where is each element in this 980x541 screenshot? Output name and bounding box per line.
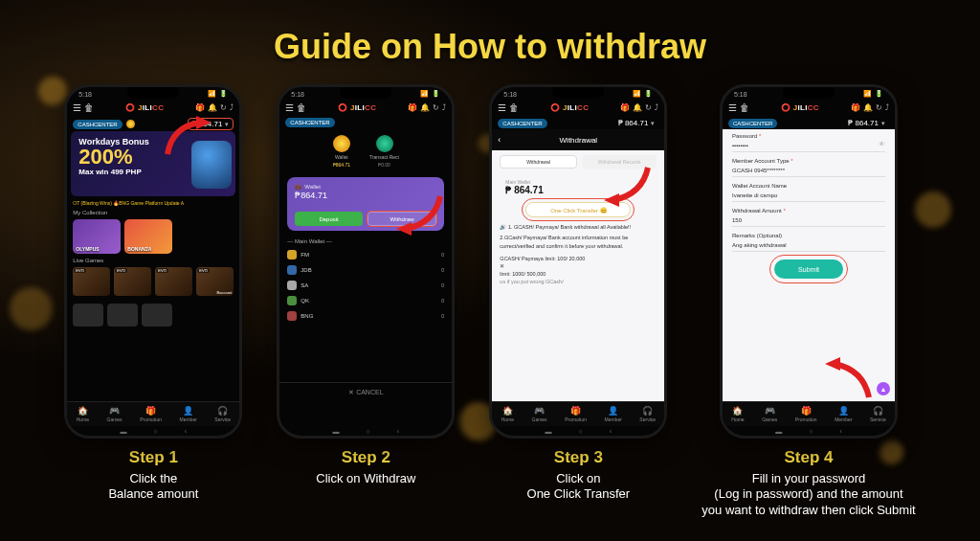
nav-games[interactable]: 🎮Games <box>532 406 547 422</box>
scroll-top-fab[interactable]: ▲ <box>877 382 890 395</box>
step-3-caption: Click onOne Click Transfer <box>527 471 631 503</box>
top-icons[interactable]: 🎁🔔↻⤴ <box>195 103 234 112</box>
balance-display[interactable]: ₱ 864.71▾ <box>844 118 889 128</box>
tag: EVO <box>197 268 209 273</box>
main-wallet-box: Main Wallet ₱ 864.71 <box>500 175 657 199</box>
android-nav: ▬○‹ <box>279 426 452 436</box>
account-type-label: Member Account Type * <box>732 158 885 164</box>
remarks-group: Remarks (Optional) Ang aking withdrawal <box>732 233 885 252</box>
deposit-button[interactable]: Deposit <box>295 212 363 226</box>
provider-row[interactable]: FM0 <box>287 247 444 262</box>
balance-display[interactable]: ₱ 864.71▾ <box>614 118 659 128</box>
provider-row[interactable]: QK0 <box>287 293 444 308</box>
top-icons[interactable]: 🎁🔔↻⤴ <box>620 103 658 112</box>
menu-icon[interactable]: ☰ 🗑 <box>73 102 94 113</box>
cashcenter-pill[interactable]: CASHCENTER <box>728 119 777 128</box>
step-1-caption: Click theBalance amount <box>108 471 198 503</box>
live-thumb-small[interactable] <box>142 304 172 327</box>
menu-icon[interactable]: ☰ 🗑 <box>728 102 749 113</box>
tag: EVO <box>74 268 85 273</box>
wallet-name-group: Wallet Account Name Ivanette di campo <box>732 183 885 202</box>
cashcenter-pill[interactable]: CASHCENTER <box>285 118 334 127</box>
phone-2: 5:18📶🔋 ☰ 🗑 ⭕ JILICC 🎁🔔↻⤴ CASHCENTER Wall… <box>277 84 455 439</box>
withdrawal-header: ‹ Withdrawal <box>492 129 664 150</box>
top-icons[interactable]: 🎁🔔↻⤴ <box>851 103 889 112</box>
wallet-tab-label: Transact Rect <box>369 154 399 160</box>
nav-home[interactable]: 🏠Home <box>77 406 89 422</box>
phones-row: 5:18📶🔋 ☰ 🗑 ⭕ JILICC 🎁🔔↻⤴ CASHCENTER ₱ 86… <box>0 84 980 518</box>
phone-notch <box>552 87 604 99</box>
bottom-nav: 🏠Home 🎮Games 🎁Promotion 👤Member 🎧Service <box>492 401 664 426</box>
nav-home[interactable]: 🏠Home <box>731 406 744 422</box>
footer-note: us if you put wrong GCash/ <box>500 279 657 284</box>
step-3-label: Step 3 <box>554 448 603 467</box>
android-nav: ▬○‹ <box>723 426 895 436</box>
account-type-field[interactable]: GCASH 0945******** <box>732 166 885 177</box>
wallet-card: 💼 Wallet ₱864.71 Deposit Withdraw <box>287 177 444 231</box>
wallet-icon <box>333 135 350 152</box>
step-4-caption: Fill in your password(Log in password) a… <box>702 471 915 518</box>
top-icons[interactable]: 🎁🔔↻⤴ <box>408 103 446 112</box>
menu-icon[interactable]: ☰ 🗑 <box>498 102 519 113</box>
promo-banner[interactable]: Workdays Bonus 200% Max win 499 PHP <box>71 131 235 196</box>
game-thumb-olympus[interactable]: OLYMPUS <box>73 219 121 254</box>
my-collection-label: My Collection <box>67 208 239 217</box>
withdrawal-screen: ‹ Withdrawal Withdrawal Withdrawal Recor… <box>492 129 664 401</box>
nav-service[interactable]: 🎧Service <box>639 406 656 422</box>
cancel-button[interactable]: ✕ CANCEL <box>279 382 452 401</box>
provider-row[interactable]: BNG0 <box>287 308 444 324</box>
withdraw-form: Password * ••••••••👁 Member Account Type… <box>723 129 895 401</box>
nav-service[interactable]: 🎧Service <box>870 406 886 422</box>
provider-row[interactable]: SA0 <box>287 278 444 293</box>
eye-icon[interactable]: 👁 <box>879 141 885 147</box>
nav-home[interactable]: 🏠Home <box>501 406 514 422</box>
step-2-column: 5:18📶🔋 ☰ 🗑 ⭕ JILICC 🎁🔔↻⤴ CASHCENTER Wall… <box>277 84 455 518</box>
step-1-label: Step 1 <box>129 448 178 467</box>
game-thumb-bonanza[interactable]: BONANZA <box>124 219 172 254</box>
nav-member[interactable]: 👤Member <box>835 406 852 422</box>
wallet-tab-transact[interactable]: Transact Rect ₱0.00 <box>369 135 399 168</box>
withdraw-button[interactable]: Withdraw <box>368 212 437 226</box>
wallet-tab-label: Wallet <box>335 154 348 160</box>
amount-field[interactable]: 150 <box>732 215 885 227</box>
wallet-tab-main[interactable]: Wallet ₱864.71 <box>333 135 350 168</box>
one-click-transfer-button[interactable]: One Click Transfer 😊 <box>525 202 631 217</box>
menu-icon[interactable]: ☰ 🗑 <box>285 102 306 113</box>
step-2-caption: Click on Withdraw <box>316 471 415 486</box>
phone-notch <box>340 87 391 99</box>
app-topbar: ☰ 🗑 ⭕ JILICC 🎁🔔↻⤴ <box>67 101 239 115</box>
bottom-nav: 🏠Home 🎮Games 🎁Promotion 👤Member 🎧Service <box>723 401 895 426</box>
live-row: EVO EVO EVO EVOBaccarat <box>67 265 239 298</box>
live-thumb[interactable]: EVO <box>114 267 151 296</box>
provider-row[interactable]: JDB0 <box>287 262 444 278</box>
nav-games[interactable]: 🎮Games <box>107 406 122 422</box>
cashcenter-pill[interactable]: CASHCENTER <box>73 120 122 129</box>
live-thumb-small[interactable] <box>73 304 103 327</box>
nav-promo[interactable]: 🎁Promotion <box>140 406 162 422</box>
chevron-down-icon: ▾ <box>225 121 229 128</box>
nav-promo[interactable]: 🎁Promotion <box>795 406 817 422</box>
submit-button[interactable]: Submit <box>774 259 843 279</box>
thumb-label: BONANZA <box>127 246 151 252</box>
live-thumb[interactable]: EVO <box>155 267 192 296</box>
live-thumb-small[interactable] <box>107 304 138 327</box>
balance-amount: ₱ 864.71 <box>192 120 223 128</box>
back-icon[interactable]: ‹ <box>498 135 501 145</box>
nav-member[interactable]: 👤Member <box>604 406 621 422</box>
tab-records[interactable]: Withdrawal Records <box>582 155 657 169</box>
nav-promo[interactable]: 🎁Promotion <box>565 406 587 422</box>
remarks-field[interactable]: Ang aking withdrawal <box>732 240 885 252</box>
nav-games[interactable]: 🎮Games <box>762 406 777 422</box>
nav-member[interactable]: 👤Member <box>179 406 196 422</box>
nav-service[interactable]: 🎧Service <box>214 406 231 422</box>
password-field[interactable]: ••••••••👁 <box>732 141 885 152</box>
tab-withdrawal[interactable]: Withdrawal <box>500 155 577 169</box>
cashcenter-pill[interactable]: CASHCENTER <box>498 119 546 128</box>
logo: ⭕ JILICC <box>781 103 819 112</box>
page-title: Guide on How to withdraw <box>0 0 980 67</box>
wallet-name-field[interactable]: Ivanette di campo <box>732 191 885 202</box>
promo-character <box>191 141 232 189</box>
live-thumb[interactable]: EVO <box>73 267 110 296</box>
step-4-column: 5:18📶🔋 ☰ 🗑 ⭕ JILICC 🎁🔔↻⤴ CASHCENTER ₱ 86… <box>702 84 915 518</box>
live-thumb[interactable]: EVOBaccarat <box>196 267 234 296</box>
